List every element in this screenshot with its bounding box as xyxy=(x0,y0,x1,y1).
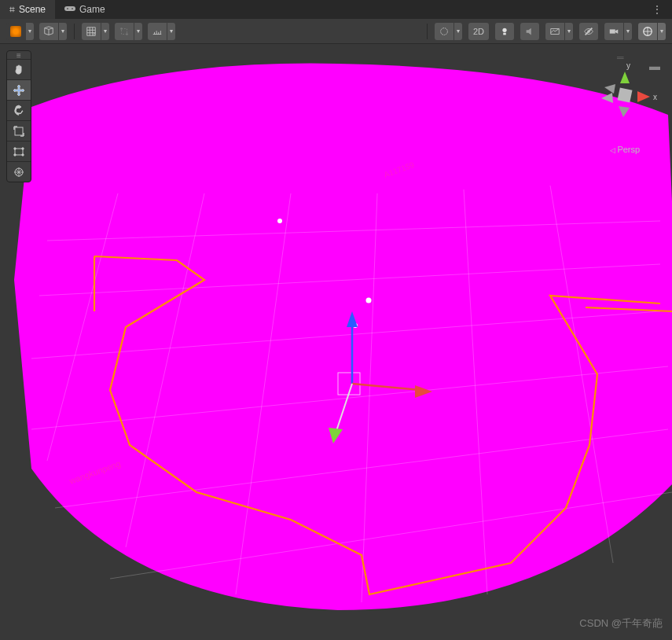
svg-point-41 xyxy=(22,153,24,155)
rect-tool-button[interactable] xyxy=(7,141,31,161)
svg-point-39 xyxy=(22,147,24,149)
minimize-icon[interactable]: ▬ xyxy=(649,60,660,72)
svg-rect-37 xyxy=(15,149,23,155)
tab-game[interactable]: Game xyxy=(55,0,115,19)
fx-toggle-button[interactable] xyxy=(545,23,564,40)
tab-game-label: Game xyxy=(79,4,105,15)
palette-drag-handle[interactable] xyxy=(7,51,31,59)
svg-marker-46 xyxy=(604,84,615,94)
svg-rect-0 xyxy=(64,6,75,11)
svg-marker-44 xyxy=(620,72,630,83)
tab-bar: ⌗ Scene Game ⋮ xyxy=(0,0,672,19)
svg-marker-47 xyxy=(619,106,630,117)
shaded-icon xyxy=(10,26,21,37)
gizmos-toggle-button[interactable] xyxy=(638,23,657,40)
grid-dropdown[interactable]: ▾ xyxy=(101,23,109,40)
audio-toggle-button[interactable] xyxy=(520,23,539,40)
svg-rect-10 xyxy=(610,29,615,33)
svg-point-40 xyxy=(14,153,16,155)
scale-tool-button[interactable] xyxy=(7,120,31,141)
transform-tool-button[interactable] xyxy=(7,161,31,182)
hand-tool-button[interactable] xyxy=(7,59,31,79)
2d-label: 2D xyxy=(473,27,484,36)
debug-draw-dropdown[interactable]: ▾ xyxy=(454,23,462,40)
gizmo-drag-handle-icon[interactable]: ═ xyxy=(617,52,624,63)
svg-point-2 xyxy=(72,8,73,9)
grid-toggle-button[interactable]: Y xyxy=(82,23,101,40)
scene-toolbar: ▾ ▾ Y ▾ ▾ ▾ ▾ 2D ▾ ▾ ▾ xyxy=(0,19,672,44)
2d-toggle-button[interactable]: 2D xyxy=(468,23,489,40)
orientation-gizmo[interactable]: ═ ▬ y x Persp xyxy=(586,52,664,154)
camera-button[interactable] xyxy=(604,23,623,40)
axis-y-label: y xyxy=(626,61,630,70)
svg-marker-45 xyxy=(637,91,650,102)
gizmos-dropdown[interactable]: ▾ xyxy=(658,23,666,40)
svg-point-5 xyxy=(126,33,128,35)
camera-dropdown[interactable]: ▾ xyxy=(624,23,632,40)
lighting-toggle-button[interactable] xyxy=(495,23,514,40)
svg-marker-48 xyxy=(601,93,613,103)
scene-icon: ⌗ xyxy=(9,4,15,15)
svg-rect-36 xyxy=(15,127,23,135)
debug-draw-button[interactable] xyxy=(435,23,454,40)
move-tool-button[interactable] xyxy=(7,79,31,100)
scene-viewport[interactable]: wangkunpeng A117159 ═ ▬ y x xyxy=(0,44,672,640)
tool-palette[interactable] xyxy=(6,50,31,182)
tab-scene[interactable]: ⌗ Scene xyxy=(0,0,55,19)
draw-mode-button[interactable] xyxy=(39,23,58,40)
increment-snap-dropdown[interactable]: ▾ xyxy=(167,23,175,40)
svg-text:Y: Y xyxy=(93,31,96,36)
svg-point-24 xyxy=(277,219,282,223)
snap-dropdown[interactable]: ▾ xyxy=(134,23,142,40)
svg-rect-43 xyxy=(618,88,633,103)
svg-point-25 xyxy=(366,298,372,303)
svg-point-1 xyxy=(67,8,68,9)
increment-snap-button[interactable] xyxy=(148,23,167,40)
snap-toggle-button[interactable] xyxy=(115,23,134,40)
svg-point-38 xyxy=(14,147,16,149)
svg-point-4 xyxy=(120,28,123,30)
rotate-tool-button[interactable] xyxy=(7,100,31,120)
watermark-text: CSDN @千年奇葩 xyxy=(579,616,663,631)
svg-point-6 xyxy=(441,28,448,35)
scene-render: wangkunpeng A117159 xyxy=(0,44,672,640)
gamepad-icon xyxy=(64,4,75,15)
draw-mode-dropdown[interactable]: ▾ xyxy=(59,23,67,40)
tab-menu-icon[interactable]: ⋮ xyxy=(652,3,663,16)
tab-scene-label: Scene xyxy=(19,4,46,15)
visibility-toggle-button[interactable] xyxy=(579,23,598,40)
shading-mode-button[interactable] xyxy=(6,23,25,40)
shading-mode-dropdown[interactable]: ▾ xyxy=(26,23,34,40)
fx-dropdown[interactable]: ▾ xyxy=(565,23,573,40)
axis-x-label: x xyxy=(653,93,657,101)
perspective-label[interactable]: Persp xyxy=(586,145,664,154)
svg-point-7 xyxy=(502,28,506,31)
